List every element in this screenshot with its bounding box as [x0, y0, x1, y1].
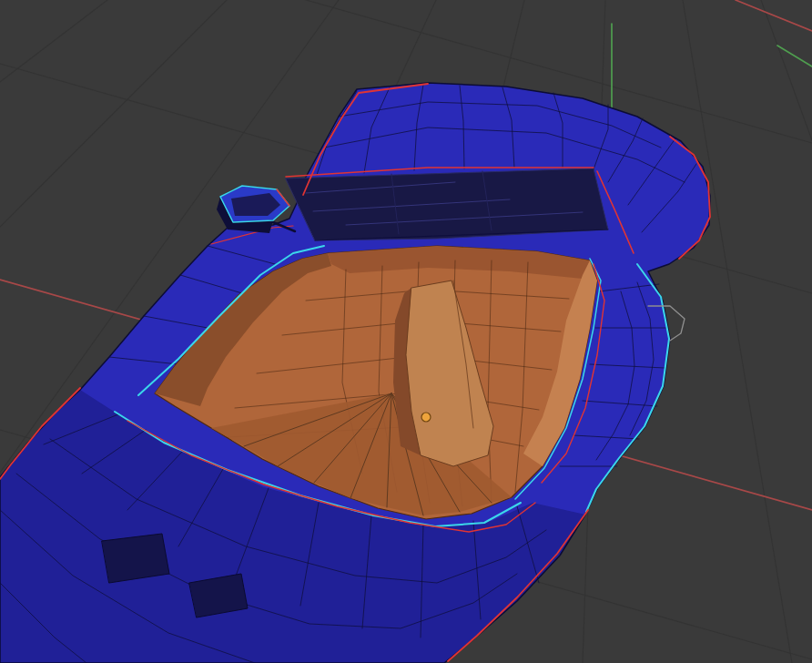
rear-vent-left — [102, 534, 169, 583]
origin-point — [421, 413, 431, 422]
3d-viewport[interactable] — [0, 0, 812, 663]
windshield-glass — [286, 168, 608, 240]
viewport-canvas[interactable] — [0, 0, 812, 663]
